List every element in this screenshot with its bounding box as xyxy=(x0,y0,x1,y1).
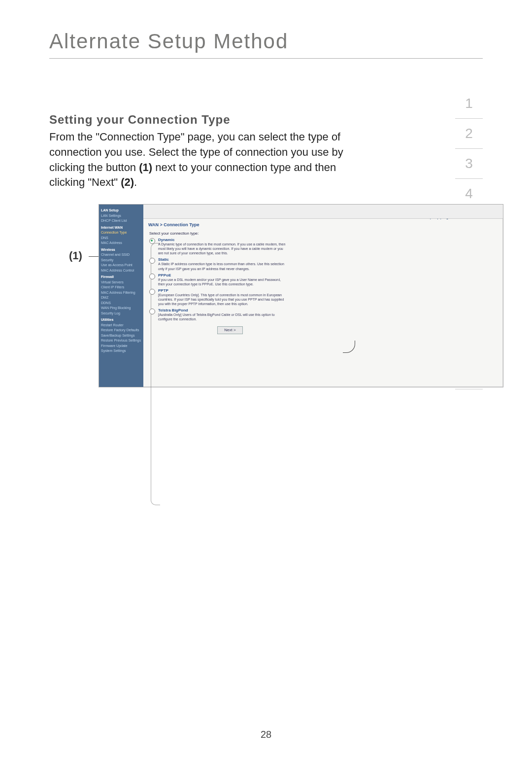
callout-1: (1) xyxy=(69,249,82,262)
opt-bigpond-title: Telstra BigPond xyxy=(158,308,498,312)
sb-wan-ping[interactable]: WAN Ping Blocking xyxy=(101,306,141,311)
sb-firmware[interactable]: Firmware Update xyxy=(101,344,141,349)
sb-dmz[interactable]: DMZ xyxy=(101,295,141,301)
opt-pptp-title: PPTP xyxy=(158,288,498,293)
para-ref-1: (1) xyxy=(139,161,152,173)
callout-1-line xyxy=(89,256,99,257)
body-block: Setting your Connection Type From the "C… xyxy=(49,113,374,190)
opt-static-title: Static xyxy=(158,257,498,262)
section-tab-1[interactable]: 1 xyxy=(455,89,483,119)
option-body: Dynamic A Dynamic type of connection is … xyxy=(158,238,498,255)
radio-pppoe[interactable] xyxy=(149,274,155,279)
option-dynamic[interactable]: Dynamic A Dynamic type of connection is … xyxy=(148,238,498,255)
sb-security[interactable]: Security xyxy=(101,258,141,263)
opt-dynamic-title: Dynamic xyxy=(158,238,498,242)
callout-2-curve xyxy=(343,341,355,353)
sb-connection-type[interactable]: Connection Type xyxy=(101,230,141,236)
opt-pppoe-title: PPPoE xyxy=(158,273,498,277)
sb-h-utilities: Utilities xyxy=(101,317,141,323)
sb-ddns[interactable]: DDNS xyxy=(101,301,141,306)
para-text-3: . xyxy=(134,176,137,188)
sb-access-point[interactable]: Use as Access Point xyxy=(101,263,141,268)
opt-pptp-desc: [European Countries Only]. This type of … xyxy=(158,293,286,306)
sb-mac-control[interactable]: MAC Address Control xyxy=(101,268,141,274)
opt-static-desc: A Static IP address connection type is l… xyxy=(158,262,286,271)
sb-system[interactable]: System Settings xyxy=(101,348,141,354)
sb-dns[interactable]: DNS xyxy=(101,236,141,241)
sb-restart[interactable]: Restart Router xyxy=(101,323,141,328)
para-ref-2: (2) xyxy=(121,176,134,188)
manual-page: Alternate Setup Method Setting your Conn… xyxy=(0,0,532,760)
page-number: 28 xyxy=(0,729,532,740)
section-subhead: Setting your Connection Type xyxy=(49,113,374,127)
select-label: Select your connection type: xyxy=(149,231,498,236)
sb-restore-def[interactable]: Restore Factory Defaults xyxy=(101,328,141,333)
option-body: PPPoE If you use a DSL modem and/or your… xyxy=(158,273,498,286)
body-paragraph: From the "Connection Type" page, you can… xyxy=(49,130,374,190)
router-main: WAN > Connection Type Select your connec… xyxy=(143,218,503,387)
option-pptp[interactable]: PPTP [European Countries Only]. This typ… xyxy=(148,288,498,306)
next-button[interactable]: Next > xyxy=(217,326,243,334)
sb-h-firewall: Firewall xyxy=(101,275,141,280)
sb-lan-settings[interactable]: LAN Settings xyxy=(101,213,141,219)
sb-client-ip[interactable]: Client IP Filters xyxy=(101,285,141,290)
router-topbar xyxy=(143,205,503,219)
sb-dhcp-list[interactable]: DHCP Client List xyxy=(101,218,141,224)
router-screenshot: BELKIN Router Setup Home | Help | Logout… xyxy=(99,204,503,387)
sb-mac-filtering[interactable]: MAC Address Filtering xyxy=(101,290,141,296)
option-static[interactable]: Static A Static IP address connection ty… xyxy=(148,257,498,271)
section-tab-2[interactable]: 2 xyxy=(455,119,483,149)
router-sidebar: LAN Setup LAN Settings DHCP Client List … xyxy=(99,205,143,387)
sb-h-wan: Internet WAN xyxy=(101,225,141,231)
radio-dynamic[interactable] xyxy=(149,238,155,244)
opt-pppoe-desc: If you use a DSL modem and/or your ISP g… xyxy=(158,277,286,286)
option-body: PPTP [European Countries Only]. This typ… xyxy=(158,288,498,306)
section-tab-3[interactable]: 3 xyxy=(455,149,483,179)
page-title: Alternate Setup Method xyxy=(49,30,483,53)
screenshot-wrapper: (1) (2) BELKIN Router Setup Home | Help … xyxy=(74,204,483,387)
sb-h-wireless: Wireless xyxy=(101,247,141,253)
sb-channel-ssid[interactable]: Channel and SSID xyxy=(101,252,141,258)
option-body: Telstra BigPond [Australia Only] Users o… xyxy=(158,308,498,321)
sb-restore-prev[interactable]: Restore Previous Settings xyxy=(101,338,141,344)
sb-mac-address[interactable]: MAC Address xyxy=(101,241,141,246)
option-pppoe[interactable]: PPPoE If you use a DSL modem and/or your… xyxy=(148,273,498,286)
radio-static[interactable] xyxy=(149,258,155,264)
title-rule xyxy=(49,58,483,59)
sb-security-log[interactable]: Security Log xyxy=(101,311,141,316)
option-bigpond[interactable]: Telstra BigPond [Australia Only] Users o… xyxy=(148,308,498,321)
radio-pptp[interactable] xyxy=(149,289,155,295)
sb-virtual-servers[interactable]: Virtual Servers xyxy=(101,280,141,285)
opt-bigpond-desc: [Australia Only] Users of Telstra BigPon… xyxy=(158,312,286,321)
sb-save-backup[interactable]: Save/Backup Settings xyxy=(101,333,141,339)
option-body: Static A Static IP address connection ty… xyxy=(158,257,498,271)
opt-dynamic-desc: A Dynamic type of connection is the most… xyxy=(158,242,286,255)
breadcrumb: WAN > Connection Type xyxy=(148,222,498,227)
radio-bigpond[interactable] xyxy=(149,309,155,314)
sb-h-lan: LAN Setup xyxy=(101,208,141,213)
